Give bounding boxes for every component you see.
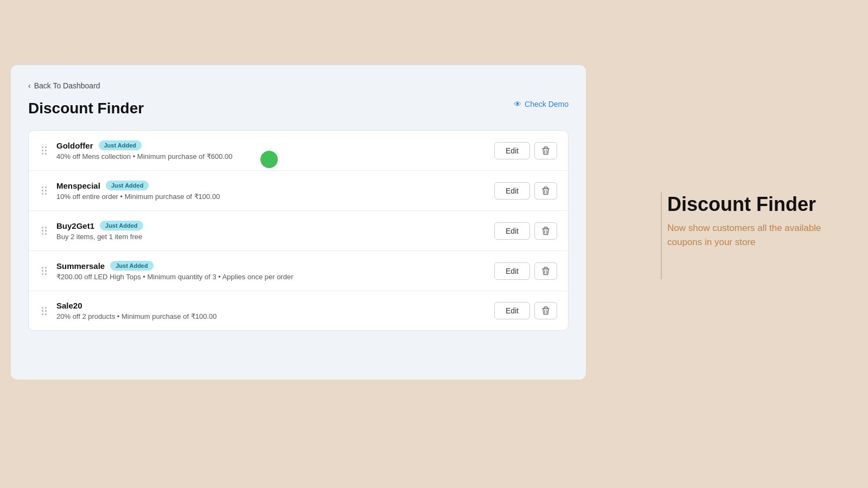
item-name-sale20: Sale20 xyxy=(56,301,82,310)
just-added-badge-goldoffer: Just Added xyxy=(99,140,142,150)
drag-dot xyxy=(45,273,47,275)
drag-dot xyxy=(45,227,47,228)
item-info-sale20: Sale20 20% off 2 products • Minimum purc… xyxy=(56,301,487,320)
just-added-badge-menspecial: Just Added xyxy=(106,181,149,190)
drag-dot xyxy=(45,310,47,312)
trash-icon-sale20 xyxy=(541,306,550,315)
delete-button-goldoffer[interactable] xyxy=(534,142,557,159)
drag-dot xyxy=(42,273,43,275)
drag-dot xyxy=(45,187,47,188)
item-info-summersale: Summersale Just Added ₹200.00 off LED Hi… xyxy=(56,261,487,281)
drag-dot xyxy=(42,150,43,151)
vertical-divider xyxy=(661,192,662,279)
drag-dot xyxy=(45,193,47,195)
item-name-row-goldoffer: Goldoffer Just Added xyxy=(56,140,487,150)
drag-dot xyxy=(42,230,43,232)
item-desc-sale20: 20% off 2 products • Minimum purchase of… xyxy=(56,312,487,320)
drag-dot xyxy=(42,153,43,155)
item-name-menspecial: Menspecial xyxy=(56,181,100,190)
drag-handle-goldoffer[interactable] xyxy=(40,145,49,156)
item-name-goldoffer: Goldoffer xyxy=(56,141,93,150)
discount-item-sale20: Sale20 20% off 2 products • Minimum purc… xyxy=(29,291,568,330)
item-actions-summersale: Edit xyxy=(494,262,557,280)
back-link-label: Back To Dashboard xyxy=(34,81,100,90)
edit-button-menspecial[interactable]: Edit xyxy=(494,182,530,200)
item-name-buy2get1: Buy2Get1 xyxy=(56,221,94,230)
item-name-row-buy2get1: Buy2Get1 Just Added xyxy=(56,221,487,230)
drag-dot xyxy=(42,187,43,188)
item-desc-buy2get1: Buy 2 items, get 1 item free xyxy=(56,233,487,241)
trash-icon-summersale xyxy=(541,267,550,275)
discount-item-buy2get1: Buy2Get1 Just Added Buy 2 items, get 1 i… xyxy=(29,211,568,251)
item-info-menspecial: Menspecial Just Added 10% off entire ord… xyxy=(56,181,487,201)
page-title: Discount Finder xyxy=(28,100,144,117)
delete-button-summersale[interactable] xyxy=(534,262,557,280)
item-name-summersale: Summersale xyxy=(56,261,105,271)
check-demo-label: Check Demo xyxy=(525,100,569,108)
item-desc-summersale: ₹200.00 off LED High Tops • Minimum quan… xyxy=(56,273,487,281)
discount-item-summersale: Summersale Just Added ₹200.00 off LED Hi… xyxy=(29,251,568,291)
trash-icon-menspecial xyxy=(541,187,550,195)
drag-dot xyxy=(45,146,47,148)
drag-handle-buy2get1[interactable] xyxy=(40,226,49,236)
drag-dot xyxy=(45,307,47,309)
item-actions-goldoffer: Edit xyxy=(494,142,557,159)
discount-list: Goldoffer Just Added 40% off Mens collec… xyxy=(28,130,569,331)
drag-handle-menspecial[interactable] xyxy=(40,185,49,196)
chevron-left-icon: ‹ xyxy=(28,81,31,90)
drag-dot xyxy=(42,227,43,228)
drag-dot xyxy=(42,307,43,309)
drag-dot xyxy=(42,310,43,312)
delete-button-menspecial[interactable] xyxy=(534,182,557,200)
right-panel-title: Discount Finder xyxy=(667,192,852,216)
delete-button-buy2get1[interactable] xyxy=(534,222,557,240)
just-added-badge-summersale: Just Added xyxy=(110,261,154,271)
drag-dot xyxy=(45,313,47,315)
edit-button-summersale[interactable]: Edit xyxy=(494,262,530,280)
item-name-row-menspecial: Menspecial Just Added xyxy=(56,181,487,190)
drag-dot xyxy=(42,190,43,191)
check-demo-link[interactable]: 👁 Check Demo xyxy=(514,100,569,108)
drag-dot xyxy=(42,193,43,195)
right-panel-subtitle: Now show customers all the available cou… xyxy=(667,221,852,249)
item-name-row-sale20: Sale20 xyxy=(56,301,487,310)
back-to-dashboard-link[interactable]: ‹ Back To Dashboard xyxy=(28,81,569,90)
right-panel: Discount Finder Now show customers all t… xyxy=(667,192,852,249)
item-actions-buy2get1: Edit xyxy=(494,222,557,240)
drag-dot xyxy=(42,267,43,268)
drag-dot xyxy=(42,270,43,272)
edit-button-sale20[interactable]: Edit xyxy=(494,302,530,319)
drag-dot xyxy=(45,230,47,232)
drag-dot xyxy=(45,267,47,268)
drag-handle-summersale[interactable] xyxy=(40,266,49,276)
drag-dot xyxy=(45,153,47,155)
just-added-badge-buy2get1: Just Added xyxy=(100,221,143,230)
item-info-buy2get1: Buy2Get1 Just Added Buy 2 items, get 1 i… xyxy=(56,221,487,241)
trash-icon-goldoffer xyxy=(541,146,550,155)
trash-icon-buy2get1 xyxy=(541,227,550,235)
drag-dot xyxy=(42,146,43,148)
main-panel: ‹ Back To Dashboard Discount Finder 👁 Ch… xyxy=(11,65,586,380)
edit-button-goldoffer[interactable]: Edit xyxy=(494,142,530,159)
item-actions-sale20: Edit xyxy=(494,302,557,319)
item-name-row-summersale: Summersale Just Added xyxy=(56,261,487,271)
drag-dot xyxy=(45,233,47,235)
drag-dot xyxy=(45,190,47,191)
edit-button-buy2get1[interactable]: Edit xyxy=(494,222,530,240)
drag-handle-sale20[interactable] xyxy=(40,306,49,316)
drag-dot xyxy=(42,313,43,315)
delete-button-sale20[interactable] xyxy=(534,302,557,319)
drag-dot xyxy=(45,150,47,151)
drag-dot xyxy=(42,233,43,235)
discount-item-menspecial: Menspecial Just Added 10% off entire ord… xyxy=(29,171,568,211)
eye-icon: 👁 xyxy=(514,100,521,108)
discount-item-goldoffer: Goldoffer Just Added 40% off Mens collec… xyxy=(29,131,568,171)
item-actions-menspecial: Edit xyxy=(494,182,557,200)
status-indicator xyxy=(260,151,278,168)
item-desc-menspecial: 10% off entire order • Minimum purchase … xyxy=(56,192,487,201)
drag-dot xyxy=(45,270,47,272)
